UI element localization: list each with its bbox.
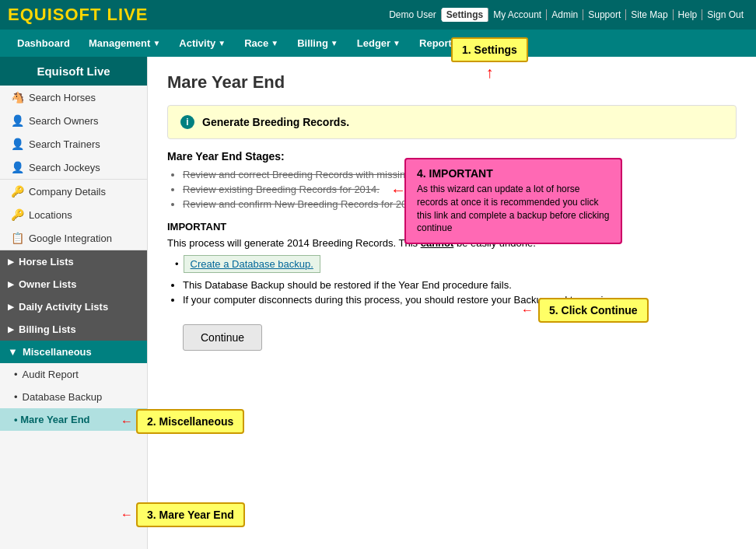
my-account-link[interactable]: My Account [488, 9, 547, 20]
nav-bar: Dashboard Management ▼ Activity ▼ Race ▼… [0, 30, 756, 57]
sidebar: Equisoft Live 🐴 Search Horses 👤 Search O… [0, 57, 148, 549]
db-backup-link-item: • Create a Database backup. [175, 255, 737, 273]
race-dropdown-icon: ▼ [271, 39, 278, 47]
sign-out-link[interactable]: Sign Out [702, 9, 748, 20]
bullet-icon2: • [14, 391, 18, 403]
site-map-link[interactable]: Site Map [626, 9, 673, 20]
annotation-2-arrow: ← [121, 414, 133, 428]
sidebar-miscellaneous[interactable]: ▼ Miscellaneous [0, 341, 147, 363]
top-bar: EQUISOFT LIVE Demo User Settings My Acco… [0, 0, 756, 30]
support-link[interactable]: Support [583, 9, 626, 20]
nav-activity[interactable]: Activity ▼ [170, 31, 235, 55]
annotation-5-callout: ← 5. Click Continue [521, 298, 649, 323]
jockey-icon: 👤 [11, 161, 24, 173]
sidebar-daily-activity-lists[interactable]: ▶ Daily Activity Lists [0, 295, 147, 318]
owner-icon: 👤 [11, 114, 24, 127]
admin-link[interactable]: Admin [547, 9, 583, 20]
annotation-3-callout: ← 3. Mare Year End [121, 502, 245, 527]
miscellaneous-triangle: ▼ [8, 346, 18, 358]
sidebar-company-details[interactable]: 🔑 Company Details [0, 180, 147, 203]
annotation-4-arrow: ← [390, 181, 406, 199]
db-backup-note: This Database Backup should be restored … [183, 279, 737, 291]
sidebar-locations[interactable]: 🔑 Locations [0, 203, 147, 226]
horse-icon: 🐴 [11, 91, 24, 103]
daily-activity-triangle: ▶ [8, 302, 14, 311]
sidebar-search-jockeys[interactable]: 👤 Search Jockeys [0, 156, 147, 179]
management-dropdown-icon: ▼ [152, 39, 160, 47]
annotation-5-arrow: ← [521, 303, 534, 317]
sidebar-database-backup[interactable]: • Database Backup [0, 386, 147, 408]
logo-part1: EQUISOFT [8, 5, 101, 24]
settings-callout: 1. Settings [451, 37, 528, 62]
sidebar-audit-report[interactable]: • Audit Report [0, 363, 147, 386]
nav-ledger[interactable]: Ledger ▼ [348, 31, 410, 55]
logo-part2: LIVE [107, 5, 149, 24]
bullet-point: • [175, 258, 179, 270]
main-layout: Equisoft Live 🐴 Search Horses 👤 Search O… [0, 57, 756, 549]
demo-user-label: Demo User [384, 9, 442, 20]
ledger-dropdown-icon: ▼ [393, 39, 401, 47]
billing-dropdown-icon: ▼ [331, 39, 338, 47]
info-text: Generate Breeding Records. [202, 116, 349, 128]
google-icon: 📋 [11, 232, 24, 244]
info-icon: i [180, 115, 194, 129]
sidebar-title: Equisoft Live [0, 57, 147, 86]
sidebar-search-owners[interactable]: 👤 Search Owners [0, 109, 147, 132]
nav-dashboard[interactable]: Dashboard [8, 31, 79, 55]
continue-button[interactable]: Continue [183, 324, 262, 351]
logo: EQUISOFT LIVE [8, 5, 148, 25]
bullet-icon3: • [14, 414, 18, 425]
settings-arrow: ↑ [485, 64, 493, 82]
help-link[interactable]: Help [674, 9, 703, 20]
nav-billing[interactable]: Billing ▼ [288, 31, 348, 55]
nav-management[interactable]: Management ▼ [79, 31, 170, 55]
info-box: i Generate Breeding Records. [167, 105, 737, 139]
annotation-3-arrow: ← [121, 508, 133, 522]
sidebar-search-trainers[interactable]: 👤 Search Trainers [0, 132, 147, 156]
annotation-4-callout: 4. IMPORTANT As this wizard can update a… [404, 158, 622, 244]
sidebar-horse-lists[interactable]: ▶ Horse Lists [0, 250, 147, 273]
top-links: Demo User Settings My Account Admin Supp… [384, 8, 748, 22]
annotation-5-label: 5. Click Continue [538, 298, 649, 323]
restore-note: If your computer disconnects during this… [183, 294, 737, 306]
trainer-icon: 👤 [11, 138, 24, 150]
sidebar-google-integration[interactable]: 📋 Google Integration [0, 226, 147, 250]
annotation-4-body: As this wizard can update a lot of horse… [417, 183, 610, 235]
annotation-2-callout: ← 2. Miscellaneous [121, 409, 244, 434]
location-icon: 🔑 [11, 208, 24, 221]
sidebar-billing-lists[interactable]: ▶ Billing Lists [0, 318, 147, 341]
billing-lists-triangle: ▶ [8, 325, 14, 334]
settings-link[interactable]: Settings [442, 8, 488, 22]
create-db-backup-link[interactable]: Create a Database backup. [184, 255, 320, 273]
nav-race[interactable]: Race ▼ [235, 31, 288, 55]
sidebar-owner-lists[interactable]: ▶ Owner Lists [0, 273, 147, 295]
annotation-2-label: 2. Miscellaneous [136, 409, 244, 434]
db-notes-list: This Database Backup should be restored … [183, 279, 737, 306]
key-icon: 🔑 [11, 185, 24, 198]
owner-lists-triangle: ▶ [8, 280, 14, 288]
horse-lists-triangle: ▶ [8, 257, 14, 266]
main-content: Mare Year End i Generate Breeding Record… [148, 57, 756, 549]
annotation-4-title: 4. IMPORTANT [417, 167, 610, 180]
bullet-icon: • [14, 369, 18, 380]
annotation-3-label: 3. Mare Year End [136, 502, 245, 527]
sidebar-search-horses[interactable]: 🐴 Search Horses [0, 86, 147, 109]
activity-dropdown-icon: ▼ [218, 39, 226, 47]
